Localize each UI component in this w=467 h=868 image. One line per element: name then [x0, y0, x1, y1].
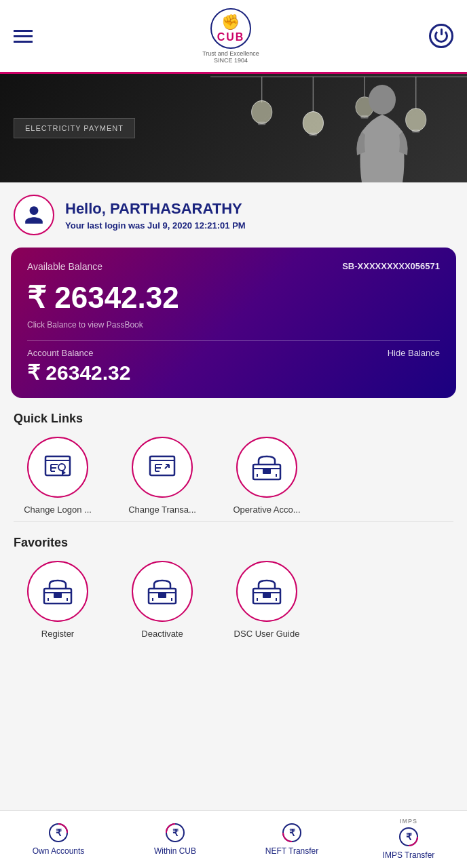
nav-within-cub[interactable]: ₹ Within CUB	[117, 811, 234, 868]
nav-within-cub-label: Within CUB	[154, 846, 196, 856]
svg-rect-44	[263, 593, 271, 598]
last-login: Your last login was Jul 9, 2020 12:21:01…	[65, 220, 246, 231]
hamburger-menu[interactable]	[14, 30, 33, 43]
nav-imps-transfer[interactable]: IMPS ₹ IMPS Transfer	[350, 811, 467, 868]
promo-banner[interactable]: ELECTRICITY PAYMENT	[0, 74, 467, 182]
user-avatar	[14, 195, 54, 235]
quick-link-label-3: Operative Acco...	[234, 505, 301, 515]
svg-text:₹: ₹	[289, 827, 295, 838]
quick-link-label-1: Change Logon ...	[24, 505, 92, 515]
balance-amount-large: ₹ 26342.32	[27, 280, 440, 315]
svg-text:₹: ₹	[406, 831, 412, 842]
svg-rect-8	[309, 133, 316, 136]
fav-label-1: Register	[41, 629, 74, 639]
svg-rect-6	[258, 122, 265, 125]
quick-links-grid: Change Logon ... Change Transa...	[14, 437, 453, 515]
logo-tagline: Trust and ExcellenceSINCE 1904	[202, 50, 259, 64]
svg-point-7	[303, 111, 323, 134]
available-balance-label: Available Balance	[27, 261, 102, 272]
svg-rect-21	[150, 456, 174, 475]
fav-deactivate[interactable]: Deactivate	[118, 561, 206, 639]
svg-rect-12	[412, 130, 419, 133]
fav-dsc-user-guide[interactable]: DSC User Guide	[223, 561, 311, 639]
fav-register[interactable]: Register	[14, 561, 102, 639]
user-greeting: Hello, PARTHASARATHY	[65, 200, 246, 218]
banner-decoration	[210, 74, 467, 182]
quick-links-title: Quick Links	[14, 412, 453, 426]
bottom-navigation: ₹ Own Accounts ₹ Within CUB ₹ NEFT Trans…	[0, 810, 467, 868]
user-section: Hello, PARTHASARATHY Your last login was…	[0, 182, 467, 248]
svg-rect-39	[158, 593, 166, 598]
fav-circle-2	[132, 561, 193, 622]
logo-cub-text: CUB	[217, 31, 245, 43]
banner-label: ELECTRICITY PAYMENT	[14, 118, 135, 138]
imps-sublabel: IMPS	[400, 818, 417, 825]
favorites-section: Favorites Register	[0, 522, 467, 646]
fav-circle-3	[236, 561, 297, 622]
account-balance-label: Account Balance	[27, 348, 130, 358]
svg-point-5	[251, 100, 272, 123]
svg-point-13	[369, 85, 396, 115]
nav-neft-label: NEFT Transfer	[265, 846, 318, 856]
quick-link-change-transaction[interactable]: Change Transa...	[118, 437, 206, 515]
account-number: SB-XXXXXXXXX056571	[342, 261, 440, 271]
logo-circle: ✊ CUB	[210, 8, 251, 49]
app-header: ✊ CUB Trust and ExcellenceSINCE 1904	[0, 0, 467, 74]
quick-link-circle-3	[236, 437, 297, 498]
balance-amount-small: ₹ 26342.32	[27, 361, 130, 384]
quick-link-circle-1	[27, 437, 88, 498]
quick-links-section: Quick Links Change Logon ...	[0, 398, 467, 521]
imps-icon: ₹	[398, 826, 419, 848]
svg-rect-14	[45, 456, 70, 475]
svg-point-20	[58, 464, 65, 471]
nav-neft-transfer[interactable]: ₹ NEFT Transfer	[234, 811, 350, 868]
balance-scroll: Available Balance SB-XXXXXXXXX056571 ₹ 2…	[0, 248, 467, 398]
balance-card[interactable]: Available Balance SB-XXXXXXXXX056571 ₹ 2…	[11, 248, 456, 398]
svg-rect-34	[54, 593, 62, 598]
svg-text:₹: ₹	[172, 827, 179, 838]
nav-own-accounts[interactable]: ₹ Own Accounts	[0, 811, 117, 868]
favorites-grid: Register Deactivate	[14, 561, 453, 639]
svg-text:₹: ₹	[56, 827, 62, 838]
quick-link-circle-2	[132, 437, 193, 498]
power-button[interactable]	[429, 24, 453, 48]
svg-rect-29	[263, 469, 271, 474]
hide-balance-button[interactable]: Hide Balance	[388, 348, 440, 358]
user-info: Hello, PARTHASARATHY Your last login was…	[65, 200, 246, 231]
fav-circle-1	[27, 561, 88, 622]
nav-imps-label: IMPS Transfer	[383, 850, 435, 860]
logo-fist-icon: ✊	[221, 14, 240, 31]
logo-container: ✊ CUB Trust and ExcellenceSINCE 1904	[202, 8, 259, 64]
fav-label-3: DSC User Guide	[234, 629, 300, 639]
quick-link-change-logon[interactable]: Change Logon ...	[14, 437, 102, 515]
own-accounts-icon: ₹	[48, 822, 69, 844]
nav-own-accounts-label: Own Accounts	[33, 846, 85, 856]
neft-icon: ₹	[281, 822, 303, 844]
quick-link-label-2: Change Transa...	[128, 505, 196, 515]
favorites-title: Favorites	[14, 536, 453, 550]
fav-label-2: Deactivate	[141, 629, 183, 639]
quick-link-operative-account[interactable]: Operative Acco...	[223, 437, 311, 515]
banner-person	[352, 81, 413, 182]
passbook-hint: Click Balance to view PassBook	[27, 320, 440, 330]
within-cub-icon: ₹	[164, 822, 186, 844]
